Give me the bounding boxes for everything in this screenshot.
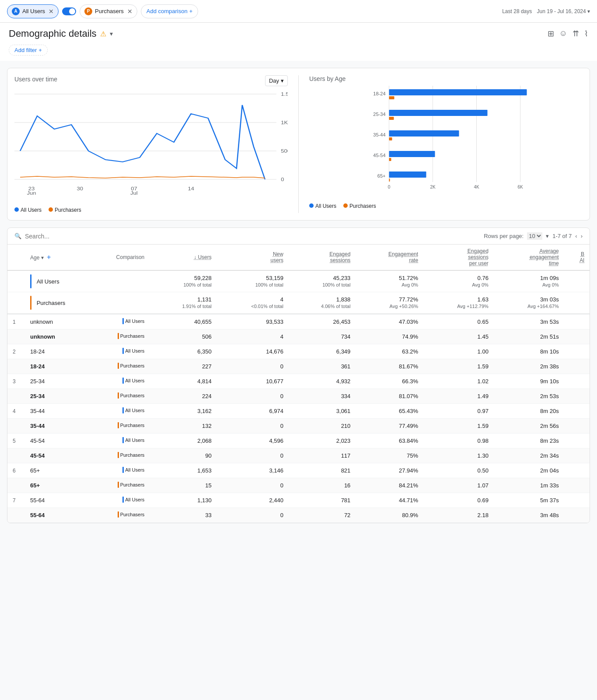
svg-rect-35 bbox=[389, 178, 390, 182]
engaged-sessions-cell: 3,061 bbox=[289, 404, 356, 419]
avg-time-cell: 2m 53s bbox=[494, 389, 564, 404]
age-cell: unknown bbox=[25, 315, 84, 329]
prev-page-btn[interactable]: ‹ bbox=[575, 233, 577, 239]
filter-bar: Add filter + bbox=[0, 43, 597, 61]
col-newusers-header[interactable]: Newusers bbox=[217, 245, 289, 270]
age-cell: 45-54 bbox=[25, 434, 84, 448]
svg-rect-32 bbox=[389, 158, 391, 161]
charts-section: Users over time Day ▾ 1.5K 1K 500 bbox=[7, 68, 590, 220]
bounce-cell bbox=[564, 292, 590, 314]
engagement-rate-cell: 63.84% bbox=[356, 434, 423, 448]
age-cell: unknown bbox=[25, 329, 84, 344]
add-column-btn[interactable]: + bbox=[47, 253, 51, 261]
search-box: 🔍 bbox=[14, 233, 484, 240]
bounce-cell bbox=[564, 329, 590, 344]
users-cell: 2,068 bbox=[150, 434, 216, 448]
customize-icon[interactable]: ⊞ bbox=[548, 29, 554, 38]
all-users-chip[interactable]: A All Users ✕ bbox=[7, 4, 59, 18]
svg-text:14: 14 bbox=[188, 186, 194, 191]
granularity-select[interactable]: Day ▾ bbox=[265, 75, 288, 86]
table-row: 18-24 Purchasers 227 0 361 81.67% 1.59 2… bbox=[7, 359, 590, 374]
col-avgtime-header[interactable]: Averageengagementtime bbox=[494, 245, 564, 270]
row-number: 4 bbox=[7, 404, 25, 419]
bounce-cell bbox=[564, 359, 590, 374]
compare-icon[interactable]: ⌇ bbox=[584, 29, 588, 38]
avg-time-cell: 1m 33s bbox=[494, 478, 564, 493]
age-cell: 18-24 bbox=[25, 344, 84, 359]
svg-text:Jun: Jun bbox=[27, 191, 36, 196]
engaged-per-user-cell: 1.63Avg +112.79% bbox=[423, 292, 494, 314]
toggle-icon[interactable] bbox=[62, 7, 76, 15]
summary-row: Purchasers 1,1311.91% of total 4<0.01% o… bbox=[7, 292, 590, 314]
col-age-header[interactable]: Age ▾ + bbox=[25, 245, 84, 270]
new-users-cell: 2,440 bbox=[217, 493, 289, 508]
emoji-icon[interactable]: ☺ bbox=[559, 29, 567, 38]
purchasers-chip[interactable]: P Purchasers ✕ bbox=[80, 4, 137, 18]
bounce-cell bbox=[564, 374, 590, 389]
add-filter-icon: + bbox=[38, 47, 42, 53]
col-num bbox=[7, 245, 25, 270]
share-icon[interactable]: ⇈ bbox=[573, 29, 579, 38]
engagement-rate-cell: 63.2% bbox=[356, 344, 423, 359]
svg-rect-25 bbox=[389, 110, 488, 116]
col-users-header[interactable]: ↓ Users bbox=[150, 245, 216, 270]
all-users-close[interactable]: ✕ bbox=[49, 8, 54, 15]
comparison-cell: Purchasers bbox=[84, 329, 150, 344]
row-number bbox=[7, 448, 25, 463]
col-engagerate-header[interactable]: Engagementrate bbox=[356, 245, 423, 270]
avg-time-cell: 5m 37s bbox=[494, 493, 564, 508]
engaged-sessions-cell: 821 bbox=[289, 463, 356, 478]
comparison-cell: Purchasers bbox=[84, 478, 150, 493]
age-cell: 18-24 bbox=[25, 359, 84, 374]
users-cell: 224 bbox=[150, 389, 216, 404]
engaged-per-user-cell: 1.59 bbox=[423, 359, 494, 374]
bounce-cell bbox=[564, 478, 590, 493]
search-input[interactable] bbox=[25, 233, 156, 240]
summary-row: All Users 59,228100% of total 53,159100%… bbox=[7, 270, 590, 292]
segment-name: All Users bbox=[37, 278, 59, 285]
svg-text:1K: 1K bbox=[281, 120, 288, 125]
col-bounce-header[interactable]: BAl bbox=[564, 245, 590, 270]
warning-icon: ⚠ bbox=[100, 30, 106, 38]
bounce-cell bbox=[564, 419, 590, 434]
engaged-per-user-cell: 0.50 bbox=[423, 463, 494, 478]
bounce-cell bbox=[564, 315, 590, 329]
purchasers-avatar: P bbox=[84, 7, 92, 15]
comparison-cell: All Users bbox=[84, 374, 150, 389]
date-range-display[interactable]: Last 28 days Jun 19 - Jul 16, 2024 ▾ bbox=[502, 8, 590, 14]
engagement-rate-cell: 51.72%Avg 0% bbox=[356, 270, 423, 292]
col-engagedperuser-header[interactable]: Engagedsessionsper user bbox=[423, 245, 494, 270]
all-users-avatar: A bbox=[12, 7, 20, 15]
line-chart-panel: Users over time Day ▾ 1.5K 1K 500 bbox=[14, 75, 299, 213]
users-cell: 90 bbox=[150, 448, 216, 463]
table-pagination: Rows per page: 10 25 50 ▾ 1-7 of 7 ‹ › bbox=[484, 232, 583, 240]
table-row: 6 65+ All Users 1,653 3,146 821 27.94% 0… bbox=[7, 463, 590, 478]
rows-per-page-select[interactable]: 10 25 50 bbox=[527, 232, 542, 240]
users-cell: 4,814 bbox=[150, 374, 216, 389]
users-cell: 1,653 bbox=[150, 463, 216, 478]
new-users-cell: 93,533 bbox=[217, 315, 289, 329]
add-filter-button[interactable]: Add filter + bbox=[9, 45, 48, 56]
row-number bbox=[7, 419, 25, 434]
comparison-cell: All Users bbox=[84, 404, 150, 419]
comparison-cell: All Users bbox=[84, 434, 150, 448]
new-users-cell: 6,974 bbox=[217, 404, 289, 419]
purchasers-close[interactable]: ✕ bbox=[127, 8, 133, 15]
table-row: 35-44 Purchasers 132 0 210 77.49% 1.59 2… bbox=[7, 419, 590, 434]
table-row: 3 25-34 All Users 4,814 10,677 4,932 66.… bbox=[7, 374, 590, 389]
title-dropdown[interactable]: ▾ bbox=[110, 30, 113, 37]
users-cell: 33 bbox=[150, 508, 216, 523]
svg-text:65+: 65+ bbox=[377, 173, 386, 178]
svg-rect-22 bbox=[389, 89, 527, 95]
users-cell: 227 bbox=[150, 359, 216, 374]
table-row: 2 18-24 All Users 6,350 14,676 6,349 63.… bbox=[7, 344, 590, 359]
add-comparison-btn[interactable]: Add comparison + bbox=[141, 4, 199, 18]
engaged-per-user-cell: 0.69 bbox=[423, 493, 494, 508]
users-cell: 1,1311.91% of total bbox=[150, 292, 216, 314]
avg-time-cell: 2m 38s bbox=[494, 359, 564, 374]
new-users-cell: 0 bbox=[217, 448, 289, 463]
comparison-cell: All Users bbox=[84, 315, 150, 329]
table-row: 4 35-44 All Users 3,162 6,974 3,061 65.4… bbox=[7, 404, 590, 419]
col-engaged-header[interactable]: Engagedsessions bbox=[289, 245, 356, 270]
next-page-btn[interactable]: › bbox=[581, 233, 583, 239]
